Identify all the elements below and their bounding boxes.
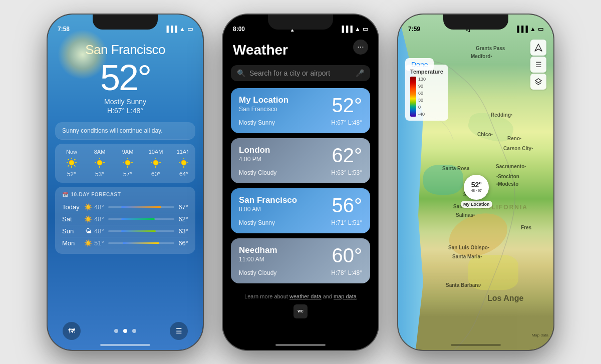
city-card-san-francisco[interactable]: San Francisco 8:00 AM 56° Mostly Sunny H… [231, 188, 370, 233]
city-card-london[interactable]: London 4:00 PM 62° Mostly Cloudy H:63° L… [231, 138, 370, 183]
status-icons-1: ▐▐▐ ▲ ▭ [165, 26, 193, 33]
legend-bar: 130 90 60 30 0 -40 [410, 77, 443, 117]
weather-data-link[interactable]: weather data [289, 293, 322, 299]
hour-item-8am: 8AM 53° [90, 149, 109, 178]
forecast-bar [108, 206, 175, 208]
condition-banner: Sunny conditions will continue all day. [55, 122, 195, 140]
city-card-condition: Mostly Cloudy [239, 169, 276, 176]
temp-label-130: 130 [418, 77, 426, 82]
sun-glow [58, 30, 108, 80]
city-card-bottom: Mostly Sunny H:67° L:48° [239, 119, 362, 126]
legend-title: Temperature [410, 69, 443, 75]
hour-label: 8AM [94, 149, 106, 155]
search-icon: 🔍 [237, 69, 245, 77]
forecast-day: Sun [62, 227, 82, 235]
layers-button[interactable] [530, 74, 546, 90]
map-screen: Grants Pass Medford* Redding* Reno* Cars… [398, 15, 553, 350]
forecast-lo: 51° [94, 239, 104, 247]
city-card-hilo: H:63° L:53° [331, 169, 362, 176]
map-label-los-angeles: Los Ange [487, 294, 523, 303]
city-card-temp: 62° [332, 145, 363, 165]
sun-icon-8am [94, 157, 105, 168]
pin-circle: 52° 48 · 67 [464, 175, 489, 200]
wifi-icon-2: ▲ [355, 26, 361, 33]
arrow-icon [534, 44, 542, 52]
footer-text: Learn more about weather data and map da… [231, 288, 370, 302]
weather-list-title: Weather [231, 42, 370, 58]
mic-icon[interactable]: 🎤 [356, 69, 364, 77]
sun-icon-9am [122, 157, 133, 168]
city-card-needham[interactable]: Needham 11:00 AM 60° Mostly Cloudy H:78°… [231, 238, 370, 283]
map-data-link[interactable]: map data [334, 293, 357, 299]
weather-detail-screen: 7:58 ▐▐▐ ▲ ▭ San Francisco 52° Mostly Su… [48, 15, 203, 350]
battery-icon: ▭ [187, 26, 193, 33]
city-card-info: Needham 11:00 AM [239, 245, 277, 263]
city-card-temp: 60° [332, 245, 363, 265]
weather-list-content: Weather 🔍 Search for a city or airport 🎤… [223, 15, 378, 318]
pin-inner: 52° 48 · 67 [471, 181, 482, 193]
forecast-icon-sun: ☀️ [82, 239, 94, 247]
forecast-hi: 67° [178, 203, 188, 211]
hour-temp: 60° [151, 171, 160, 178]
wc-logo: WC [231, 304, 370, 318]
signal-icon-3: ▐▐▐ [515, 26, 528, 33]
city-card-temp: 52° [332, 95, 363, 115]
layers-icon [534, 78, 542, 86]
phone-1-frame: 7:58 ▐▐▐ ▲ ▭ San Francisco 52° Mostly Su… [48, 15, 203, 350]
svg-line-5 [68, 159, 69, 160]
city-card-hilo: H:71° L:51° [331, 219, 362, 226]
city-card-subname: San Francisco [239, 106, 288, 113]
forecast-icon-partly-cloudy: 🌤 [82, 227, 94, 235]
hour-label: Now [66, 149, 77, 155]
phone-1-screen: 7:58 ▐▐▐ ▲ ▭ San Francisco 52° Mostly Su… [48, 15, 203, 350]
svg-point-14 [125, 160, 130, 165]
map-label-stockton: *Stockton [496, 174, 519, 179]
city-card-name: San Francisco [239, 195, 297, 205]
forecast-row-sun: Sun 🌤 48° 63° [62, 225, 188, 237]
svg-marker-35 [535, 79, 541, 83]
svg-line-36 [535, 83, 538, 85]
banner-text: Sunny conditions will continue all day. [62, 127, 163, 134]
battery-icon-3: ▭ [538, 26, 543, 33]
map-button[interactable]: 🗺 [63, 322, 81, 340]
weather-channel-logo: WC [293, 304, 308, 318]
hour-label: 11AM [177, 149, 188, 155]
hour-temp: 53° [95, 171, 104, 178]
map-attribution: Map data [532, 333, 548, 337]
wifi-icon-3: ▲ [530, 26, 536, 33]
time-display-2: 8:00 [233, 26, 245, 33]
forecast-row-today: Today ☀️ 48° 67° [62, 201, 188, 213]
hourly-row: Now 52° [62, 149, 188, 178]
search-bar[interactable]: 🔍 Search for a city or airport 🎤 [231, 65, 370, 81]
list-view-button[interactable]: ☰ [530, 57, 546, 73]
city-card-time: 8:00 AM [239, 206, 297, 213]
forecast-bar-fill [123, 242, 159, 244]
map-attribution-text: Map data [532, 333, 548, 337]
list-button[interactable]: ☰ [170, 322, 188, 340]
weather-list-screen: 8:00 ▲ ▐▐▐ ▲ ▭ ··· Weather 🔍 Search for … [223, 15, 378, 350]
hourly-forecast[interactable]: Now 52° [55, 144, 195, 183]
forecast-day: Sat [62, 215, 82, 223]
forecast-hi: 63° [178, 227, 188, 235]
search-input[interactable]: Search for a city or airport [249, 69, 352, 77]
weather-pin: 52° 48 · 67 My Location [461, 175, 492, 208]
map-label-fresno: Fres [521, 225, 531, 230]
forecast-row-sat: Sat ☀️ 48° 62° [62, 213, 188, 225]
pin-label: My Location [461, 201, 492, 208]
city-card-info: My Location San Francisco [239, 95, 288, 113]
forecast-hi: 62° [178, 215, 188, 223]
svg-point-0 [69, 160, 74, 165]
map-label-santa-rosa: Santa Rosa [442, 166, 469, 171]
map-label-chico: Chico* [477, 132, 493, 137]
time-display-3: 7:59 [408, 26, 420, 33]
city-card-time: 4:00 PM [239, 156, 270, 163]
sun-icon-now [66, 157, 77, 168]
city-card-my-location[interactable]: My Location San Francisco 52° Mostly Sun… [231, 88, 370, 133]
svg-line-37 [538, 83, 541, 85]
notch-2 [268, 15, 333, 30]
city-card-bottom: Mostly Cloudy H:78° L:48° [239, 269, 362, 276]
forecast-bar-fill [121, 218, 154, 220]
location-arrow-button[interactable] [530, 40, 546, 56]
city-card-info: London 4:00 PM [239, 145, 270, 163]
more-options-button[interactable]: ··· [353, 40, 368, 55]
